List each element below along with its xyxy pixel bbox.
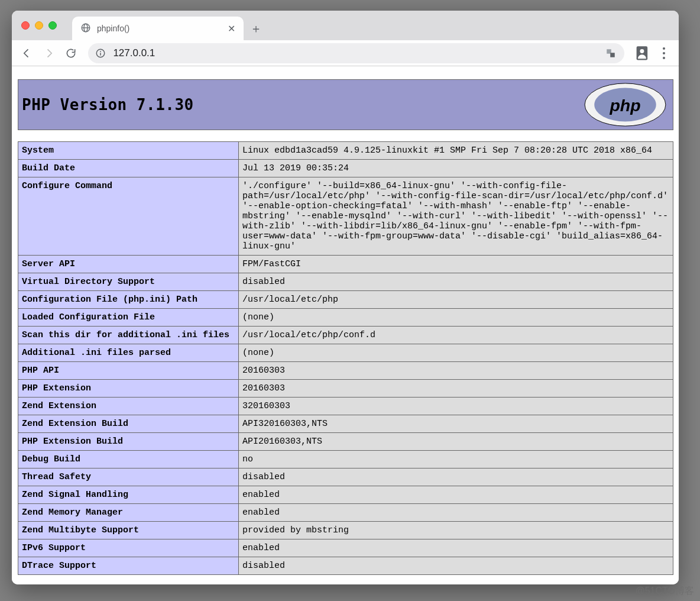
table-cell-key: Loaded Configuration File: [18, 309, 239, 327]
table-cell-key: Zend Extension Build: [18, 415, 239, 433]
table-cell-value: 320160303: [239, 398, 673, 415]
reload-button[interactable]: [63, 44, 80, 62]
table-cell-key: PHP API: [18, 362, 239, 380]
window-controls: [21, 21, 57, 30]
svg-point-4: [100, 51, 101, 52]
table-cell-key: IPv6 Support: [18, 539, 239, 557]
table-row: Scan this dir for additional .ini files/…: [18, 327, 673, 344]
table-cell-key: Debug Build: [18, 451, 239, 468]
zoom-window-button[interactable]: [48, 21, 57, 30]
table-row: Configuration File (php.ini) Path/usr/lo…: [18, 291, 673, 309]
table-row: Additional .ini files parsed(none): [18, 344, 673, 362]
menu-button[interactable]: [655, 47, 673, 59]
url-input[interactable]: [112, 47, 598, 60]
table-row: PHP API20160303: [18, 362, 673, 380]
table-cell-value: disabled: [239, 557, 673, 575]
browser-window: phpinfo() ✕ ＋ PHP Ve: [12, 11, 679, 584]
toolbar: [12, 40, 679, 66]
table-row: PHP Extension BuildAPI20160303,NTS: [18, 433, 673, 451]
table-cell-value: API320160303,NTS: [239, 415, 673, 433]
table-cell-value: Linux edbd1a3cad59 4.9.125-linuxkit #1 S…: [239, 142, 673, 160]
table-cell-key: Zend Memory Manager: [18, 504, 239, 522]
table-cell-value: (none): [239, 309, 673, 327]
table-cell-key: Configure Command: [18, 177, 239, 256]
table-cell-key: Virtual Directory Support: [18, 273, 239, 291]
table-cell-value: enabled: [239, 486, 673, 504]
back-button[interactable]: [18, 44, 35, 62]
table-cell-value: provided by mbstring: [239, 522, 673, 539]
translate-icon: [605, 48, 616, 59]
php-version-heading: PHP Version 7.1.30: [22, 96, 194, 114]
table-row: Zend Signal Handlingenabled: [18, 486, 673, 504]
php-logo-icon: php: [582, 82, 668, 127]
table-cell-value: Jul 13 2019 00:35:24: [239, 160, 673, 177]
table-cell-key: PHP Extension Build: [18, 433, 239, 451]
table-cell-key: System: [18, 142, 239, 160]
table-cell-value: FPM/FastCGI: [239, 256, 673, 273]
table-cell-value: /usr/local/etc/php: [239, 291, 673, 309]
svg-rect-7: [611, 53, 615, 57]
table-cell-value: (none): [239, 344, 673, 362]
table-row: SystemLinux edbd1a3cad59 4.9.125-linuxki…: [18, 142, 673, 160]
table-cell-key: DTrace Support: [18, 557, 239, 575]
table-row: Zend Multibyte Supportprovided by mbstri…: [18, 522, 673, 539]
table-cell-key: PHP Extension: [18, 380, 239, 398]
table-cell-value: enabled: [239, 504, 673, 522]
tab-phpinfo[interactable]: phpinfo() ✕: [72, 17, 244, 40]
table-row: Zend Extension320160303: [18, 398, 673, 415]
table-row: Server APIFPM/FastCGI: [18, 256, 673, 273]
table-cell-value: API20160303,NTS: [239, 433, 673, 451]
table-row: PHP Extension20160303: [18, 380, 673, 398]
profile-button[interactable]: [634, 45, 650, 62]
table-cell-key: Server API: [18, 256, 239, 273]
globe-icon: [80, 22, 91, 35]
dots-vertical-icon: [663, 47, 665, 50]
tab-strip: phpinfo() ✕ ＋: [12, 11, 679, 40]
table-cell-key: Build Date: [18, 160, 239, 177]
table-cell-value: no: [239, 451, 673, 468]
table-cell-value: './configure' '--build=x86_64-linux-gnu'…: [239, 177, 673, 256]
close-tab-button[interactable]: ✕: [228, 23, 235, 34]
arrow-left-icon: [21, 47, 33, 59]
table-cell-value: disabled: [239, 273, 673, 291]
reload-icon: [65, 47, 77, 59]
new-tab-button[interactable]: ＋: [244, 17, 268, 40]
table-cell-key: Scan this dir for additional .ini files: [18, 327, 239, 344]
table-cell-value: enabled: [239, 539, 673, 557]
site-info-icon[interactable]: [95, 48, 106, 59]
table-cell-value: 20160303: [239, 380, 673, 398]
table-cell-key: Thread Safety: [18, 468, 239, 486]
table-row: Thread Safetydisabled: [18, 468, 673, 486]
table-row: IPv6 Supportenabled: [18, 539, 673, 557]
minimize-window-button[interactable]: [35, 21, 43, 30]
table-row: Build DateJul 13 2019 00:35:24: [18, 160, 673, 177]
table-cell-value: /usr/local/etc/php/conf.d: [239, 327, 673, 344]
table-cell-value: 20160303: [239, 362, 673, 380]
table-row: Zend Extension BuildAPI320160303,NTS: [18, 415, 673, 433]
table-row: Configure Command'./configure' '--build=…: [18, 177, 673, 256]
profile-icon: [634, 45, 650, 62]
page-content: PHP Version 7.1.30 php SystemLinux edbd1…: [12, 66, 679, 584]
arrow-right-icon: [43, 47, 55, 59]
table-cell-value: disabled: [239, 468, 673, 486]
svg-point-9: [640, 49, 644, 53]
table-row: Virtual Directory Supportdisabled: [18, 273, 673, 291]
table-cell-key: Configuration File (php.ini) Path: [18, 291, 239, 309]
address-bar[interactable]: [88, 43, 624, 63]
phpinfo-table: SystemLinux edbd1a3cad59 4.9.125-linuxki…: [18, 141, 673, 575]
table-cell-key: Zend Extension: [18, 398, 239, 415]
table-row: Debug Buildno: [18, 451, 673, 468]
phpinfo-header: PHP Version 7.1.30 php: [18, 79, 673, 130]
svg-rect-5: [101, 53, 102, 56]
close-window-button[interactable]: [21, 21, 30, 30]
table-cell-key: Zend Signal Handling: [18, 486, 239, 504]
table-row: DTrace Supportdisabled: [18, 557, 673, 575]
table-cell-key: Zend Multibyte Support: [18, 522, 239, 539]
table-row: Zend Memory Managerenabled: [18, 504, 673, 522]
table-row: Loaded Configuration File(none): [18, 309, 673, 327]
translate-button[interactable]: [604, 47, 617, 60]
table-cell-key: Additional .ini files parsed: [18, 344, 239, 362]
watermark: @51CTO博客: [635, 585, 694, 597]
svg-text:php: php: [609, 96, 640, 115]
forward-button[interactable]: [40, 44, 58, 62]
